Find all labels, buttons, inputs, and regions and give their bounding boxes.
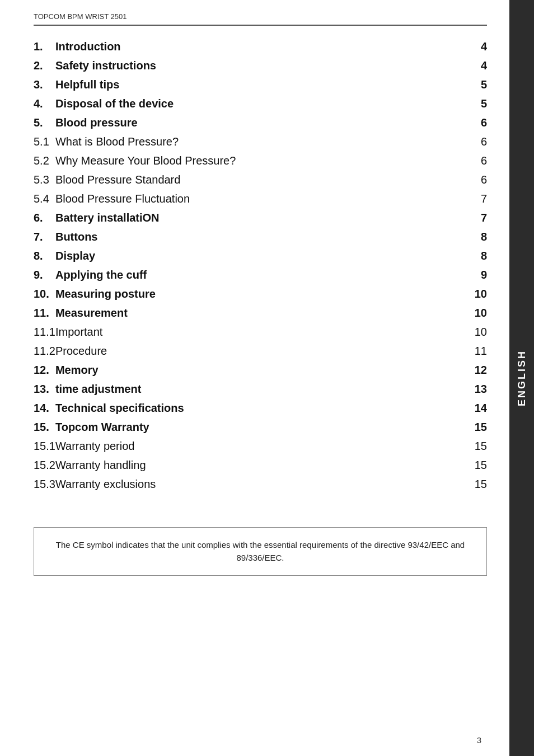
toc-item-page: 5 [470,75,487,94]
sidebar-label: ENGLISH [516,350,528,406]
toc-item-num: 3. [34,75,55,94]
toc-item-title: Measuring posture [55,284,470,303]
toc-item-num: 10. [34,284,55,303]
toc-row: 10.Measuring posture10 [34,284,487,303]
toc-item-page: 10 [470,303,487,322]
toc-item-num: 15.1 [34,436,55,456]
toc-item-title: Buttons [55,227,470,246]
toc-item-num: 1. [34,37,55,56]
toc-item-page: 10 [470,284,487,303]
toc-item-title: time adjustment [55,379,470,398]
toc-row: 1.Introduction4 [34,37,487,56]
toc-item-num: 13. [34,379,55,398]
toc-row: 2.Safety instructions4 [34,56,487,75]
toc-item-page: 12 [470,360,487,379]
footnote-box: The CE symbol indicates that the unit co… [34,527,487,576]
toc-row: 15.Topcom Warranty15 [34,417,487,436]
toc-item-page: 11 [470,341,487,360]
toc-row: 4.Disposal of the device5 [34,94,487,113]
toc-item-title: Why Measure Your Blood Pressure? [55,151,470,170]
toc-item-title: Disposal of the device [55,94,470,113]
toc-item-num: 14. [34,398,55,417]
toc-row: 5.4Blood Pressure Fluctuation7 [34,189,487,208]
toc-item-title: Warranty period [55,436,470,456]
toc-item-num: 9. [34,265,55,284]
toc-item-page: 7 [470,208,487,227]
toc-item-num: 11. [34,303,55,322]
toc-item-page: 10 [470,322,487,341]
toc-item-page: 8 [470,246,487,265]
toc-item-num: 11.2 [34,341,55,360]
toc-item-title: Important [55,322,470,341]
toc-item-num: 5. [34,113,55,132]
toc-item-page: 4 [470,37,487,56]
toc-item-num: 6. [34,208,55,227]
page-container: TOPCOM BPM WRIST 2501 1.Introduction42.S… [0,0,534,756]
toc-item-page: 14 [470,398,487,417]
toc-item-page: 6 [470,170,487,189]
toc-row: 11.Measurement10 [34,303,487,322]
toc-row: 12.Memory12 [34,360,487,379]
toc-item-page: 8 [470,227,487,246]
toc-row: 15.2Warranty handling15 [34,456,487,475]
toc-item-title: Warranty exclusions [55,475,470,494]
toc-item-num: 4. [34,94,55,113]
toc-item-title: Technical specifications [55,398,470,417]
toc-item-page: 6 [470,132,487,151]
toc-row: 11.1Important10 [34,322,487,341]
header-bar: TOPCOM BPM WRIST 2501 [34,11,487,26]
toc-item-num: 15.3 [34,475,55,494]
toc-item-title: What is Blood Pressure? [55,132,470,151]
toc-row: 5.3Blood Pressure Standard6 [34,170,487,189]
toc-item-num: 7. [34,227,55,246]
footnote-text: The CE symbol indicates that the unit co… [51,539,470,564]
toc-item-title: Blood Pressure Fluctuation [55,189,470,208]
toc-item-title: Applying the cuff [55,265,470,284]
page-number: 3 [477,735,481,745]
toc-item-title: Topcom Warranty [55,417,470,436]
toc-item-page: 7 [470,189,487,208]
toc-row: 5.Blood pressure6 [34,113,487,132]
toc-item-num: 15.2 [34,456,55,475]
toc-item-page: 6 [470,151,487,170]
toc-item-page: 4 [470,56,487,75]
toc-item-page: 6 [470,113,487,132]
sidebar: ENGLISH [509,0,534,756]
toc-item-title: Procedure [55,341,470,360]
toc-item-num: 5.4 [34,189,55,208]
toc-row: 13.time adjustment13 [34,379,487,398]
toc-item-num: 15. [34,417,55,436]
toc-item-num: 5.1 [34,132,55,151]
toc-item-title: Display [55,246,470,265]
toc-item-num: 5.2 [34,151,55,170]
toc-row: 5.1What is Blood Pressure?6 [34,132,487,151]
toc-item-page: 15 [470,475,487,494]
toc-row: 15.3Warranty exclusions15 [34,475,487,494]
toc-row: 3.Helpfull tips5 [34,75,487,94]
toc-row: 14.Technical specifications14 [34,398,487,417]
toc-item-title: Memory [55,360,470,379]
toc-row: 9.Applying the cuff9 [34,265,487,284]
toc-item-page: 15 [470,456,487,475]
toc-item-title: Introduction [55,37,470,56]
toc-item-title: Helpfull tips [55,75,470,94]
toc-row: 11.2Procedure11 [34,341,487,360]
toc-item-page: 15 [470,417,487,436]
toc-item-num: 8. [34,246,55,265]
toc-item-title: Blood Pressure Standard [55,170,470,189]
toc-item-num: 2. [34,56,55,75]
toc-row: 15.1Warranty period15 [34,436,487,456]
toc-row: 7.Buttons8 [34,227,487,246]
header-title: TOPCOM BPM WRIST 2501 [34,12,127,21]
toc-item-title: Measurement [55,303,470,322]
toc-item-page: 9 [470,265,487,284]
toc-item-title: Blood pressure [55,113,470,132]
toc-item-num: 11.1 [34,322,55,341]
toc-item-page: 13 [470,379,487,398]
toc-item-num: 12. [34,360,55,379]
toc-item-num: 5.3 [34,170,55,189]
toc-table: 1.Introduction42.Safety instructions43.H… [34,37,487,494]
main-content: TOPCOM BPM WRIST 2501 1.Introduction42.S… [0,0,509,756]
toc-item-title: Warranty handling [55,456,470,475]
toc-item-title: Battery installatiON [55,208,470,227]
